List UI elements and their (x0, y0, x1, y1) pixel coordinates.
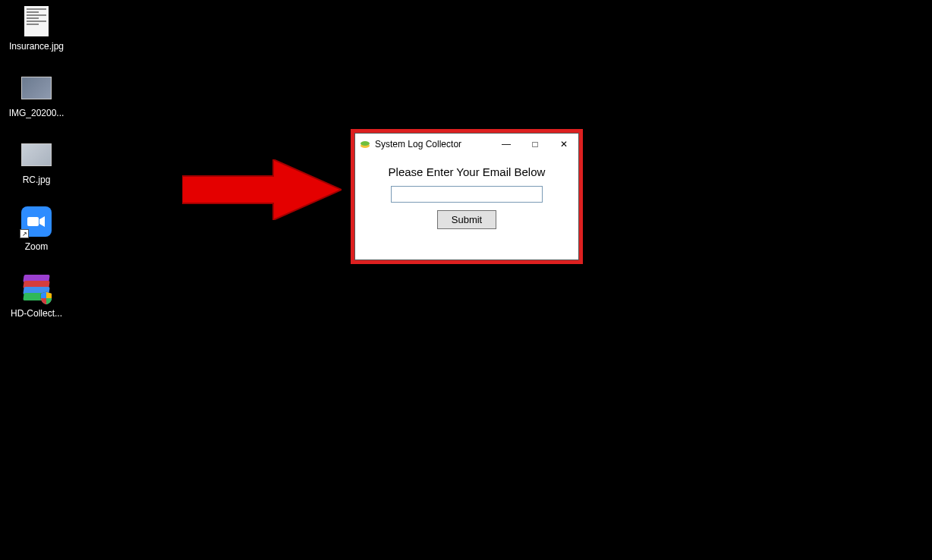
system-log-collector-window: System Log Collector — □ ✕ Please Enter … (354, 133, 579, 260)
desktop-icon-rc[interactable]: RC.jpg (6, 140, 67, 185)
desktop-icons-column: Insurance.jpg IMG_20200... RC.jpg ↗ Zoom (6, 6, 67, 319)
titlebar[interactable]: System Log Collector — □ ✕ (355, 134, 578, 155)
dialog-body: Please Enter Your Email Below Submit (355, 155, 578, 260)
desktop-icon-label: Zoom (25, 241, 49, 252)
file-image-icon (21, 73, 52, 103)
uac-shield-icon (39, 291, 53, 305)
archive-app-icon (21, 273, 52, 304)
email-input[interactable] (391, 186, 543, 203)
minimize-button[interactable]: — (492, 134, 521, 155)
desktop-icon-img[interactable]: IMG_20200... (6, 73, 67, 118)
zoom-app-icon: ↗ (21, 206, 52, 237)
desktop-icon-zoom[interactable]: ↗ Zoom (6, 206, 67, 252)
submit-button[interactable]: Submit (437, 210, 496, 229)
file-image-icon (21, 6, 52, 36)
red-arrow-annotation (182, 159, 342, 220)
maximize-button[interactable]: □ (521, 134, 549, 155)
desktop-icon-label: IMG_20200... (9, 108, 65, 118)
window-controls: — □ ✕ (492, 134, 578, 155)
desktop-icon-hdcollect[interactable]: HD-Collect... (6, 273, 67, 319)
desktop-icon-label: Insurance.jpg (9, 41, 64, 52)
dialog-prompt: Please Enter Your Email Below (389, 165, 546, 178)
window-title: System Log Collector (375, 139, 492, 149)
desktop-icon-label: RC.jpg (23, 175, 51, 185)
svg-point-2 (361, 141, 370, 146)
file-image-icon (21, 140, 52, 170)
dialog-highlight-frame: System Log Collector — □ ✕ Please Enter … (351, 129, 583, 264)
close-button[interactable]: ✕ (549, 134, 578, 155)
svg-rect-0 (27, 217, 39, 226)
app-icon (360, 139, 370, 149)
desktop-icon-insurance[interactable]: Insurance.jpg (6, 6, 67, 52)
desktop-icon-label: HD-Collect... (11, 308, 62, 319)
shortcut-overlay-icon: ↗ (20, 229, 29, 238)
